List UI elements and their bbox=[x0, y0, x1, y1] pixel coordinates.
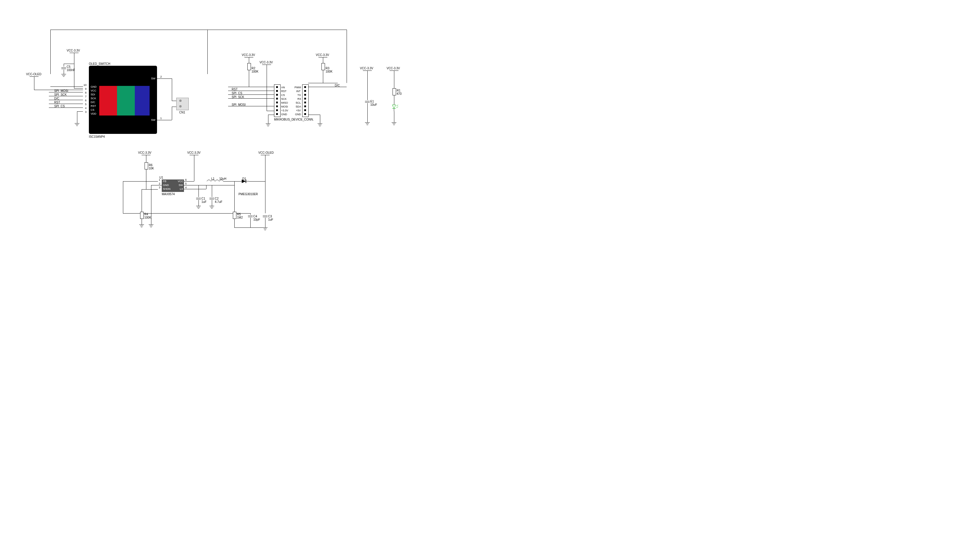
resistor-r6 bbox=[144, 162, 148, 169]
resistor-r2 bbox=[247, 63, 251, 70]
cn1-label: CN1 bbox=[179, 111, 185, 114]
mikrobus-title: MIKROBUS_DEVICE_CONN. bbox=[274, 118, 314, 121]
resistor-r1 bbox=[392, 88, 396, 95]
net-vcc33-mb1: VCC-3.3V bbox=[242, 53, 255, 57]
cap-c4 bbox=[248, 215, 253, 218]
led-icon bbox=[391, 104, 400, 112]
resistor-r3 bbox=[322, 63, 325, 70]
svg-line-5 bbox=[396, 107, 398, 108]
oled-part: ISC15ANP4 bbox=[89, 135, 105, 138]
c5-ref: C5 bbox=[67, 65, 71, 69]
oled-title: OLED_SWITCH bbox=[89, 62, 110, 66]
net-vcc33-c5: VCC-3.3V bbox=[67, 49, 80, 52]
cap-c3 bbox=[263, 215, 268, 218]
svg-marker-0 bbox=[392, 105, 396, 108]
cap-e1 bbox=[365, 100, 370, 103]
net-vcc33-mb2: VCC-3.3V bbox=[316, 53, 329, 57]
bracket-top bbox=[50, 30, 346, 30]
svg-line-4 bbox=[396, 105, 398, 106]
cap-c5 bbox=[61, 67, 66, 70]
resistor-r5 bbox=[233, 212, 236, 219]
net-vcc-oled: VCC-OLED bbox=[26, 72, 41, 76]
net-vcc33-mb3: VCC-3.3V bbox=[259, 61, 273, 64]
connector-cn1 bbox=[176, 98, 189, 110]
c5-val: 100nF bbox=[67, 69, 75, 72]
mikrobus-left bbox=[274, 84, 281, 117]
resistor-r4 bbox=[140, 212, 144, 219]
mikrobus-right bbox=[302, 84, 309, 117]
cap-c2 bbox=[209, 197, 214, 200]
cap-c1 bbox=[196, 197, 201, 200]
